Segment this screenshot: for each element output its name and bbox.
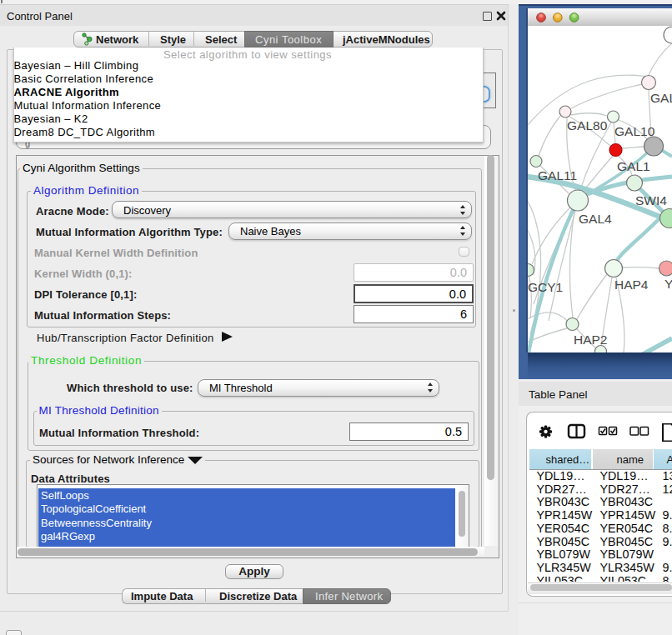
svg-text:GAL80: GAL80 (567, 118, 608, 132)
svg-text:GAL11: GAL11 (538, 168, 577, 182)
svg-text:YM: YM (664, 277, 672, 291)
svg-text:GAL10: GAL10 (614, 124, 655, 138)
svg-text:GAL1: GAL1 (617, 159, 650, 173)
svg-text:GAL8: GAL8 (650, 91, 672, 105)
svg-text:HAP2: HAP2 (574, 332, 608, 347)
svg-text:GCY1: GCY1 (528, 280, 563, 294)
svg-text:HAP4: HAP4 (614, 278, 649, 292)
svg-text:GAL4: GAL4 (579, 212, 612, 226)
svg-text:SWI4: SWI4 (635, 193, 667, 208)
